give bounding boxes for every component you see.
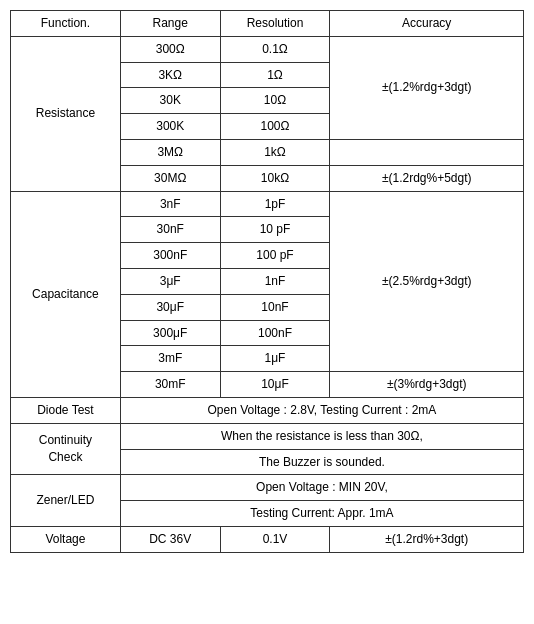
continuity-check-line2: The Buzzer is sounded. bbox=[120, 449, 523, 475]
resistance-range-2: 3KΩ bbox=[120, 62, 220, 88]
voltage-range: DC 36V bbox=[120, 526, 220, 552]
capacitance-resolution-7: 1μF bbox=[220, 346, 330, 372]
capacitance-accuracy-1: ±(2.5%rdg+3dgt) bbox=[330, 191, 524, 372]
capacitance-accuracy-2: ±(3%rdg+3dgt) bbox=[330, 372, 524, 398]
capacitance-resolution-2: 10 pF bbox=[220, 217, 330, 243]
capacitance-resolution-1: 1pF bbox=[220, 191, 330, 217]
voltage-resolution: 0.1V bbox=[220, 526, 330, 552]
capacitance-resolution-5: 10nF bbox=[220, 294, 330, 320]
table-header: Function. Range Resolution Accuracy bbox=[11, 11, 524, 37]
resistance-accuracy-1: ±(1.2%rdg+3dgt) bbox=[330, 36, 524, 139]
resistance-resolution-3: 10Ω bbox=[220, 88, 330, 114]
table-row: Diode Test Open Voltage : 2.8V, Testing … bbox=[11, 397, 524, 423]
voltage-label: Voltage bbox=[11, 526, 121, 552]
capacitance-range-2: 30nF bbox=[120, 217, 220, 243]
capacitance-label: Capacitance bbox=[11, 191, 121, 397]
zener-led-line1: Open Voltage : MIN 20V, bbox=[120, 475, 523, 501]
voltage-accuracy: ±(1.2rd%+3dgt) bbox=[330, 526, 524, 552]
table-row: Zener/LED Open Voltage : MIN 20V, bbox=[11, 475, 524, 501]
resistance-range-4: 300K bbox=[120, 114, 220, 140]
continuity-check-line1: When the resistance is less than 30Ω, bbox=[120, 423, 523, 449]
table-row: Capacitance 3nF 1pF ±(2.5%rdg+3dgt) bbox=[11, 191, 524, 217]
zener-led-line2: Testing Current: Appr. 1mA bbox=[120, 501, 523, 527]
resistance-range-5: 3MΩ bbox=[120, 139, 220, 165]
table-row: Resistance 300Ω 0.1Ω ±(1.2%rdg+3dgt) bbox=[11, 36, 524, 62]
capacitance-range-8: 30mF bbox=[120, 372, 220, 398]
resistance-resolution-4: 100Ω bbox=[220, 114, 330, 140]
resistance-label: Resistance bbox=[11, 36, 121, 191]
header-function: Function. bbox=[11, 11, 121, 37]
capacitance-resolution-6: 100nF bbox=[220, 320, 330, 346]
capacitance-range-6: 300μF bbox=[120, 320, 220, 346]
capacitance-resolution-4: 1nF bbox=[220, 268, 330, 294]
zener-led-label: Zener/LED bbox=[11, 475, 121, 527]
continuity-check-label: Continuity Check bbox=[11, 423, 121, 475]
table-row: Continuity Check When the resistance is … bbox=[11, 423, 524, 449]
header-accuracy: Accuracy bbox=[330, 11, 524, 37]
resistance-resolution-6: 10kΩ bbox=[220, 165, 330, 191]
resistance-range-3: 30K bbox=[120, 88, 220, 114]
table-row: Voltage DC 36V 0.1V ±(1.2rd%+3dgt) bbox=[11, 526, 524, 552]
resistance-resolution-5: 1kΩ bbox=[220, 139, 330, 165]
resistance-range-6: 30MΩ bbox=[120, 165, 220, 191]
capacitance-range-1: 3nF bbox=[120, 191, 220, 217]
diode-test-label: Diode Test bbox=[11, 397, 121, 423]
header-range: Range bbox=[120, 11, 220, 37]
header-resolution: Resolution bbox=[220, 11, 330, 37]
capacitance-range-4: 3μF bbox=[120, 268, 220, 294]
resistance-resolution-2: 1Ω bbox=[220, 62, 330, 88]
resistance-range-1: 300Ω bbox=[120, 36, 220, 62]
capacitance-resolution-8: 10μF bbox=[220, 372, 330, 398]
resistance-resolution-1: 0.1Ω bbox=[220, 36, 330, 62]
capacitance-range-7: 3mF bbox=[120, 346, 220, 372]
capacitance-range-5: 30μF bbox=[120, 294, 220, 320]
resistance-accuracy-blank bbox=[330, 139, 524, 165]
diode-test-span: Open Voltage : 2.8V, Testing Current : 2… bbox=[120, 397, 523, 423]
capacitance-resolution-3: 100 pF bbox=[220, 243, 330, 269]
resistance-accuracy-2: ±(1.2rdg%+5dgt) bbox=[330, 165, 524, 191]
capacitance-range-3: 300nF bbox=[120, 243, 220, 269]
